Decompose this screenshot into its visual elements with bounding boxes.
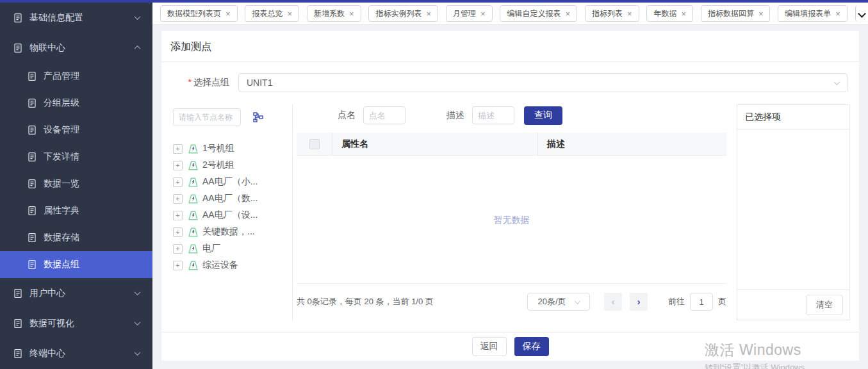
tree-node[interactable]: + 电厂 bbox=[173, 240, 292, 257]
point-group-select[interactable]: UNIT1 bbox=[238, 73, 848, 92]
tree-node[interactable]: + 综运设备 bbox=[173, 257, 292, 274]
point-group-label: *选择点组 bbox=[170, 77, 229, 88]
device-group-icon bbox=[188, 243, 199, 254]
column-header-attribute-name: 属性名 bbox=[332, 133, 537, 155]
device-group-icon bbox=[188, 160, 199, 171]
chevron-down-icon bbox=[834, 79, 840, 85]
expand-icon[interactable]: + bbox=[173, 227, 183, 237]
close-icon[interactable]: × bbox=[480, 10, 486, 18]
query-button[interactable]: 查询 bbox=[524, 106, 562, 125]
chevron-icon bbox=[135, 289, 141, 295]
tab[interactable]: 数据模型列表页 × bbox=[160, 5, 238, 22]
sidebar-item[interactable]: 属性字典 bbox=[0, 197, 152, 224]
tree-node[interactable]: + AA电厂（设... bbox=[173, 207, 292, 224]
expand-icon[interactable]: + bbox=[173, 177, 183, 187]
expand-icon[interactable]: + bbox=[173, 211, 183, 220]
tab-bar: 数据模型列表页 × 报表总览 × 新增系数 × 指标实例列表 × 月管理 × bbox=[152, 3, 868, 25]
document-icon bbox=[27, 98, 37, 108]
device-group-icon bbox=[188, 193, 199, 204]
tab[interactable]: 报表总览 × bbox=[245, 5, 299, 22]
point-group-label-text: 选择点组 bbox=[193, 77, 229, 87]
tree-node[interactable]: + 关键数据，... bbox=[173, 224, 292, 240]
expand-icon[interactable]: + bbox=[173, 144, 183, 154]
tab-label: 指标列表 bbox=[592, 8, 623, 19]
tab[interactable]: 指标数据回算 × bbox=[701, 5, 771, 22]
pagination-summary: 共 0条记录，每页 20 条，当前 1/0 页 bbox=[297, 296, 434, 308]
chevron-icon bbox=[135, 13, 141, 20]
close-icon[interactable]: × bbox=[758, 10, 764, 18]
tree-structure-icon[interactable] bbox=[252, 111, 264, 123]
tab[interactable]: 年数据 × bbox=[646, 5, 693, 22]
sidebar-item-label: 数据一览 bbox=[44, 178, 79, 190]
description-label: 描述 bbox=[446, 110, 464, 121]
tree-node[interactable]: + AA电厂（数... bbox=[173, 190, 292, 207]
description-input[interactable] bbox=[472, 106, 514, 124]
document-icon bbox=[27, 71, 37, 81]
close-icon[interactable]: × bbox=[349, 10, 354, 18]
node-search-input[interactable] bbox=[173, 108, 241, 126]
save-button[interactable]: 保存 bbox=[514, 337, 549, 356]
document-icon bbox=[13, 318, 23, 329]
pagination: 共 0条记录，每页 20 条，当前 1/0 页 20条/页 ‹ › 前往 页 bbox=[297, 292, 726, 311]
sidebar-item[interactable]: 数据点组 bbox=[0, 251, 152, 278]
chevron-icon bbox=[135, 45, 141, 52]
sidebar-item[interactable]: 终端中心 bbox=[0, 338, 152, 368]
chevron-down-icon[interactable] bbox=[858, 10, 866, 18]
tab-label: 月管理 bbox=[453, 8, 476, 19]
sidebar-item[interactable]: 数据可视化 bbox=[0, 308, 152, 338]
previous-page-button[interactable]: ‹ bbox=[604, 293, 622, 311]
sidebar-item-label: 数据存储 bbox=[44, 232, 79, 243]
close-icon[interactable]: × bbox=[835, 10, 840, 18]
close-icon[interactable]: × bbox=[426, 10, 431, 18]
expand-icon[interactable]: + bbox=[173, 194, 183, 204]
sidebar-item[interactable]: 数据存储 bbox=[0, 224, 152, 251]
tab[interactable]: 指标实例列表 × bbox=[368, 5, 438, 22]
sidebar-item-label: 产品管理 bbox=[44, 70, 79, 82]
tab[interactable]: 指标列表 × bbox=[855, 5, 856, 22]
sidebar-item[interactable]: 下发详情 bbox=[0, 144, 152, 170]
goto-page-input[interactable] bbox=[690, 293, 713, 311]
select-all-checkbox[interactable] bbox=[309, 139, 320, 149]
close-icon[interactable]: × bbox=[681, 10, 686, 18]
close-icon[interactable]: × bbox=[627, 10, 632, 18]
back-button[interactable]: 返回 bbox=[472, 337, 507, 356]
tree-node[interactable]: + 2号机组 bbox=[173, 157, 292, 174]
expand-icon[interactable]: + bbox=[173, 244, 183, 254]
sidebar-item[interactable]: 数据一览 bbox=[0, 170, 152, 197]
tab[interactable]: 编辑填报表单 × bbox=[778, 5, 848, 22]
sidebar-item[interactable]: 分组层级 bbox=[0, 90, 152, 117]
expand-icon[interactable]: + bbox=[173, 161, 183, 170]
node-tree: + 1号机组 + bbox=[173, 140, 292, 274]
page-size-select[interactable]: 20条/页 bbox=[527, 293, 590, 311]
content-panels: + 1号机组 + bbox=[173, 104, 850, 320]
chevron-down-icon bbox=[574, 298, 580, 304]
tree-node-label: AA电厂（小... bbox=[202, 176, 258, 188]
tree-node[interactable]: + 1号机组 bbox=[173, 140, 292, 157]
clear-button[interactable]: 清空 bbox=[806, 295, 843, 315]
tree-node-label: AA电厂（数... bbox=[202, 193, 258, 204]
tab-label: 指标数据回算 bbox=[708, 8, 754, 19]
tree-node-label: 关键数据，... bbox=[202, 226, 255, 238]
close-icon[interactable]: × bbox=[287, 10, 292, 18]
tab[interactable]: 月管理 × bbox=[446, 5, 493, 22]
tab[interactable]: 编辑自定义报表 × bbox=[500, 5, 577, 22]
empty-state-text: 暂无数据 bbox=[297, 215, 726, 226]
sidebar-item[interactable]: 用户中心 bbox=[0, 278, 152, 308]
sidebar-item[interactable]: 设备管理 bbox=[0, 117, 152, 144]
sidebar-item[interactable]: 物联中心 bbox=[0, 33, 152, 63]
tree-node[interactable]: + AA电厂（小... bbox=[173, 174, 292, 190]
point-name-input[interactable] bbox=[363, 106, 405, 124]
sidebar-item[interactable]: 产品管理 bbox=[0, 63, 152, 90]
document-icon bbox=[27, 152, 37, 162]
sidebar-item-label: 属性字典 bbox=[44, 205, 79, 217]
sidebar-item-label: 分组层级 bbox=[44, 97, 79, 109]
expand-icon[interactable]: + bbox=[173, 261, 183, 270]
sidebar-item[interactable]: 基础信息配置 bbox=[0, 3, 152, 33]
document-icon bbox=[27, 259, 37, 270]
column-header-description: 描述 bbox=[537, 133, 726, 155]
tab[interactable]: 新增系数 × bbox=[307, 5, 361, 22]
tab[interactable]: 指标列表 × bbox=[585, 5, 639, 22]
close-icon[interactable]: × bbox=[225, 10, 231, 18]
next-page-button[interactable]: › bbox=[630, 293, 648, 311]
close-icon[interactable]: × bbox=[565, 10, 570, 18]
